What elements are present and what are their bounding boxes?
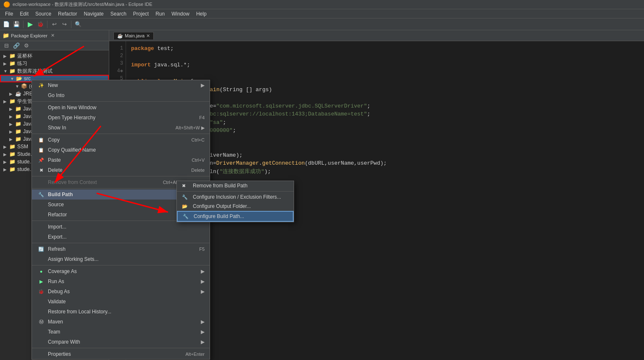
ctx-export[interactable]: Export... <box>32 232 210 242</box>
pe-collapse-all[interactable]: ⊟ <box>2 41 11 50</box>
copy-qualified-icon: 📋 <box>37 147 45 153</box>
tree-item-dbtest[interactable]: ▼ 📁 数据库连接测试 <box>0 67 109 75</box>
ctx-refresh[interactable]: 🔄 Refresh F5 <box>32 244 210 254</box>
ctx-new[interactable]: ✨ New ▶ <box>32 80 210 90</box>
tb-new[interactable]: 📄 <box>2 20 11 29</box>
sub-configure-build-path[interactable]: 🔧 Configure Build Path... <box>177 211 294 222</box>
debug-as-icon: 🐞 <box>37 288 45 295</box>
menu-source[interactable]: Source <box>32 10 55 18</box>
validate-icon <box>37 298 45 305</box>
refactor-icon <box>37 211 45 218</box>
run-as-icon: ▶ <box>37 278 45 285</box>
team-icon <box>37 328 45 335</box>
sub-configure-output[interactable]: 📂 Configure Output Folder... <box>177 202 294 211</box>
menu-run[interactable]: Run <box>152 10 168 18</box>
ctx-delete[interactable]: ✖ Delete Delete <box>32 165 210 175</box>
ctx-paste[interactable]: 📌 Paste Ctrl+V <box>32 155 210 165</box>
ctx-restore-history[interactable]: Restore from Local History... <box>32 307 210 317</box>
menu-file[interactable]: File <box>2 10 16 18</box>
toolbar: 📄 💾 ▶ 🐞 ↩ ↪ 🔍 <box>0 18 644 30</box>
pe-tab-label: Package Explorer <box>11 33 47 38</box>
ctx-sep6 <box>32 243 210 243</box>
properties-icon <box>37 351 45 357</box>
source-icon <box>37 201 45 208</box>
tb-run[interactable]: ▶ <box>26 20 35 29</box>
copy-icon: 📋 <box>37 137 45 143</box>
ctx-debug-as[interactable]: 🐞 Debug As ▶ <box>32 286 210 297</box>
pe-link[interactable]: 🔗 <box>12 41 21 50</box>
pe-tab-close[interactable]: ✕ <box>51 33 55 38</box>
coverage-icon: ● <box>37 268 45 275</box>
import-icon <box>37 223 45 230</box>
tb-search[interactable]: 🔍 <box>74 20 83 29</box>
submenu-buildpath: ✖ Remove from Build Path 🔧 Configure Inc… <box>176 181 294 222</box>
remove-build-icon: ✖ <box>182 183 190 189</box>
tree-item-practice[interactable]: ▶ 📁 练习 <box>0 60 109 67</box>
output-icon: 📂 <box>182 204 190 209</box>
ctx-sep2 <box>32 134 210 134</box>
sub-remove-from-build-path[interactable]: ✖ Remove from Build Path <box>177 181 294 190</box>
ctx-coverage-as[interactable]: ● Coverage As ▶ <box>32 266 210 276</box>
ctx-sep8 <box>32 348 210 348</box>
package-explorer-tab[interactable]: 📁 Package Explorer ✕ <box>0 30 109 41</box>
pe-toolbar: ⊟ 🔗 ⚙ <box>0 41 109 50</box>
menu-help[interactable]: Help <box>193 10 210 18</box>
java-file-icon: ☕ <box>117 33 123 39</box>
menu-project[interactable]: Project <box>130 10 152 18</box>
ctx-validate[interactable]: Validate <box>32 297 210 307</box>
tb-undo[interactable]: ↩ <box>50 20 59 29</box>
ctx-assign-working-sets[interactable]: Assign Working Sets... <box>32 254 210 264</box>
paste-icon: 📌 <box>37 157 45 163</box>
tb-sep1 <box>23 21 24 28</box>
tb-save[interactable]: 💾 <box>12 20 21 29</box>
remove-context-icon <box>37 179 45 186</box>
filters-icon: 🔧 <box>182 194 190 200</box>
ctx-open-type-hier[interactable]: Open Type Hierarchy F4 <box>32 113 210 123</box>
menu-edit[interactable]: Edit <box>16 10 32 18</box>
sub-sep1 <box>177 191 294 192</box>
export-icon <box>37 234 45 240</box>
ctx-run-as[interactable]: ▶ Run As ▶ <box>32 276 210 286</box>
ctx-sep1 <box>32 101 210 102</box>
ctx-copy-qualified[interactable]: 📋 Copy Qualified Name <box>32 145 210 155</box>
editor-tab-label: Main.java <box>125 33 145 38</box>
ctx-copy[interactable]: 📋 Copy Ctrl+C <box>32 135 210 145</box>
editor-tab-close[interactable]: ✕ <box>146 33 150 39</box>
menu-navigate[interactable]: Navigate <box>80 10 107 18</box>
ctx-properties[interactable]: Properties Alt+Enter <box>32 349 210 359</box>
menu-search[interactable]: Search <box>107 10 130 18</box>
sub-configure-filters[interactable]: 🔧 Configure Inclusion / Exclusion Filter… <box>177 192 294 202</box>
folder-icon: 📁 <box>3 32 9 39</box>
restore-icon <box>37 308 45 315</box>
show-in-icon <box>37 124 45 131</box>
ctx-open-new-window[interactable]: Open in New Window <box>32 102 210 113</box>
ctx-sep7 <box>32 265 210 265</box>
ctx-go-into[interactable]: Go Into <box>32 90 210 100</box>
eclipse-icon: 🟠 <box>3 1 10 8</box>
ctx-compare-with[interactable]: Compare With ▶ <box>32 337 210 347</box>
assign-ws-icon <box>37 256 45 263</box>
refresh-icon: 🔄 <box>37 246 45 252</box>
go-into-icon <box>37 92 45 99</box>
editor-tab-main-java[interactable]: ☕ Main.java ✕ <box>113 32 154 39</box>
tree-item-bluebridge[interactable]: ▶ 📁 蓝桥杯 <box>0 52 109 60</box>
tb-sep3 <box>71 21 71 28</box>
tb-sep2 <box>47 21 47 28</box>
title-bar: 🟠 eclipse-workspace - 数据库连接测试/src/test/M… <box>0 0 644 9</box>
configure-bp-icon: 🔧 <box>183 214 191 219</box>
ctx-sep3 <box>32 176 210 176</box>
menu-window[interactable]: Window <box>168 10 193 18</box>
new-icon: ✨ <box>37 82 45 89</box>
open-new-window-icon <box>37 104 45 111</box>
ctx-team[interactable]: Team ▶ <box>32 327 210 337</box>
ctx-import[interactable]: Import... <box>32 222 210 232</box>
compare-icon <box>37 339 45 345</box>
menu-refactor[interactable]: Refactor <box>55 10 80 18</box>
ctx-maven[interactable]: Ⓜ Maven ▶ <box>32 317 210 327</box>
pe-settings[interactable]: ⚙ <box>22 41 31 50</box>
tb-redo[interactable]: ↪ <box>60 20 69 29</box>
maven-icon: Ⓜ <box>37 318 45 325</box>
tb-debug[interactable]: 🐞 <box>36 20 45 29</box>
ctx-show-in[interactable]: Show In Alt+Shift+W ▶ <box>32 123 210 133</box>
build-path-icon: 🔧 <box>37 191 45 198</box>
